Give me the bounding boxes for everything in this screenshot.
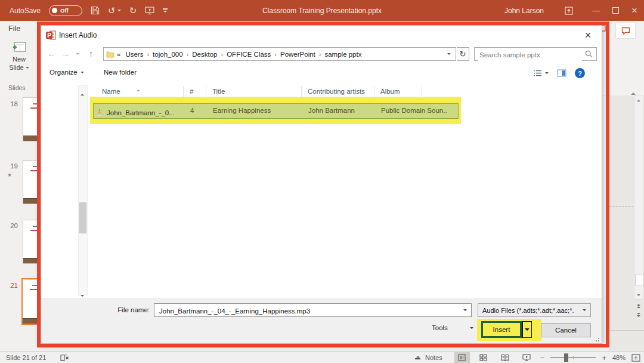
tools-menu[interactable]: Tools: [432, 324, 473, 331]
account-name[interactable]: John Larson: [504, 7, 544, 15]
refresh-icon[interactable]: ↻: [457, 47, 469, 61]
chevron-down-icon[interactable]: [463, 309, 467, 311]
powerpoint-file-icon: P: [46, 30, 56, 40]
view-slide-sorter-button[interactable]: [476, 352, 491, 363]
file-artists: John Bartmann: [302, 104, 375, 118]
notes-toggle[interactable]: Notes: [415, 354, 442, 361]
new-slide-label-1: New: [13, 56, 26, 63]
breadcrumb-item[interactable]: tojoh_000: [150, 51, 185, 58]
scrollbar-thumb[interactable]: [635, 275, 643, 285]
new-slide-button[interactable]: New Slide: [2, 40, 36, 83]
list-view-icon: [533, 69, 542, 77]
ribbon-group-slides: Slides: [8, 84, 26, 91]
selected-audio-file-row[interactable]: John_Bartmann_-_0... 4 Earning Happiness…: [93, 103, 459, 119]
undo-button[interactable]: ↺: [108, 0, 121, 21]
file-type-select[interactable]: Audio Files (*.adts;*.adt;*.aac;*.: [478, 303, 591, 317]
breadcrumb[interactable]: « Users › tojoh_000 › Desktop › OFFICE C…: [103, 47, 456, 61]
preview-pane-button[interactable]: [557, 69, 566, 77]
zoom-in-button[interactable]: +: [602, 353, 606, 362]
redo-icon[interactable]: ↻: [129, 0, 137, 21]
autosave-toggle[interactable]: Off: [49, 5, 82, 16]
svg-text:P: P: [47, 32, 51, 39]
fit-to-window-icon[interactable]: [631, 354, 640, 362]
next-slide-icon[interactable]: [634, 311, 643, 319]
nav-pane-scrollbar[interactable]: [78, 85, 88, 296]
change-view-button[interactable]: [533, 69, 549, 77]
slide-thumbnail-21-selected[interactable]: [21, 278, 40, 325]
ribbon-display-options-icon[interactable]: [559, 0, 578, 21]
editor-vertical-scrollbar[interactable]: [634, 96, 643, 300]
scroll-down-icon[interactable]: [634, 290, 643, 300]
save-icon[interactable]: [91, 6, 100, 15]
chevron-down-icon: [545, 72, 549, 74]
view-slideshow-button[interactable]: [519, 352, 534, 363]
file-name-label: File name:: [77, 306, 150, 313]
up-one-level-icon[interactable]: ↑: [89, 49, 93, 59]
scroll-down-icon[interactable]: [80, 288, 84, 299]
cancel-button[interactable]: Cancel: [541, 323, 591, 337]
preview-pane-icon: [557, 69, 566, 77]
customize-toolbar-button[interactable]: [163, 8, 168, 13]
slide-thumbnail-20[interactable]: [23, 220, 39, 264]
organize-label: Organize: [49, 69, 78, 76]
zoom-slider-thumb[interactable]: [564, 353, 568, 362]
notes-icon: [415, 356, 420, 359]
scroll-up-icon[interactable]: [80, 87, 84, 98]
folder-icon: [106, 51, 114, 58]
resize-grip[interactable]: [593, 336, 599, 342]
tab-file[interactable]: File: [8, 24, 20, 33]
dialog-footer: File name: Audio Files (*.adts;*.adt;*.a…: [41, 299, 602, 343]
breadcrumb-item[interactable]: OFFICE Class: [224, 51, 273, 58]
file-name-input[interactable]: [158, 305, 459, 316]
close-window-button[interactable]: ×: [625, 0, 644, 21]
zoom-out-button[interactable]: −: [540, 353, 545, 362]
zoom-slider[interactable]: [550, 357, 596, 358]
organize-menu[interactable]: Organize: [49, 69, 84, 76]
file-name-combobox[interactable]: [154, 303, 472, 317]
start-slideshow-icon[interactable]: [145, 6, 154, 15]
search-box[interactable]: [474, 47, 597, 61]
file-type-value: Audio Files (*.adts;*.adt;*.aac;*.: [482, 307, 574, 314]
comments-button[interactable]: [615, 22, 636, 39]
search-input[interactable]: [478, 48, 582, 61]
scrollbar-thumb[interactable]: [79, 202, 86, 233]
workspace-divider: [609, 330, 644, 331]
breadcrumb-separator: ›: [220, 51, 225, 58]
insert-split-dropdown[interactable]: [522, 321, 532, 338]
breadcrumb-separator: ›: [318, 51, 323, 58]
previous-slide-icon[interactable]: [634, 302, 643, 310]
breadcrumb-item[interactable]: Users: [123, 51, 145, 58]
scroll-up-icon[interactable]: [634, 96, 643, 105]
slide-number: 20: [0, 222, 18, 229]
breadcrumb-item[interactable]: sample pptx: [322, 51, 364, 58]
view-normal-button[interactable]: [454, 352, 470, 363]
breadcrumb-item[interactable]: PowerPoint: [278, 51, 318, 58]
chevron-down-icon: [470, 327, 473, 329]
recent-locations-icon[interactable]: [76, 53, 79, 55]
minimize-button[interactable]: —: [587, 0, 606, 21]
zoom-percentage[interactable]: 48%: [612, 354, 626, 361]
view-reading-button[interactable]: [497, 352, 513, 363]
spell-check-icon[interactable]: [60, 354, 69, 362]
slide-thumbnail-18[interactable]: [23, 97, 39, 141]
breadcrumb-item[interactable]: Desktop: [190, 51, 219, 58]
help-icon[interactable]: ?: [575, 68, 585, 78]
dialog-close-button[interactable]: ×: [580, 28, 596, 42]
forward-icon[interactable]: →: [61, 49, 70, 59]
zoom-tick: [573, 356, 574, 359]
file-title: Earning Happiness: [207, 104, 302, 118]
tools-label: Tools: [432, 324, 448, 331]
slide-placeholder-edge: [609, 206, 633, 207]
back-icon[interactable]: ←: [47, 49, 55, 59]
title-bar: AutoSave Off ↺ ↻ Classroom Training Pres…: [0, 0, 644, 21]
breadcrumb-separator: ›: [185, 51, 190, 58]
insert-audio-dialog: P Insert Audio × ← → ↑ « Users › tojoh_0…: [41, 25, 602, 344]
new-folder-button[interactable]: New folder: [104, 69, 137, 76]
maximize-button[interactable]: [606, 0, 625, 21]
undo-dropdown-icon[interactable]: [117, 10, 121, 11]
slide-number: 18: [0, 100, 18, 107]
slide-thumbnail-19[interactable]: [23, 160, 39, 204]
address-dropdown-icon[interactable]: [447, 53, 451, 55]
insert-button[interactable]: Insert: [481, 321, 522, 338]
breadcrumb-prefix: «: [114, 51, 123, 58]
